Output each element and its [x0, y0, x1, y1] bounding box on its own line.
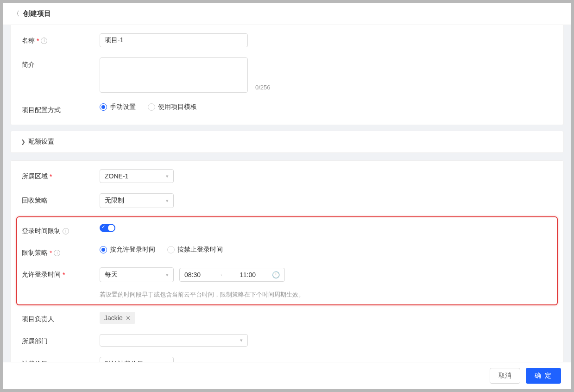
chevron-down-icon: ▾ [166, 173, 169, 179]
time-end: 11:00 [240, 271, 256, 278]
department-select[interactable]: ▾ [100, 334, 248, 347]
time-start: 08:30 [184, 271, 201, 278]
radio-manual[interactable]: 手动设置 [100, 103, 136, 111]
form-content: 名称* i 简介 0/256 项目配置方式 [3, 25, 571, 362]
name-label: 名称* i [22, 33, 100, 45]
radio-allow-time[interactable]: 按允许登录时间 [100, 246, 155, 254]
info-icon: i [41, 38, 47, 44]
limit-policy-label: 限制策略* i [22, 246, 100, 257]
recycle-label: 回收策略 [22, 193, 100, 205]
intro-label: 简介 [22, 57, 100, 69]
cancel-button[interactable]: 取消 [490, 368, 520, 384]
info-icon: i [54, 250, 60, 256]
zone-label: 所属区域* [22, 169, 100, 181]
settings-panel: 所属区域* ZONE-1 ▾ 回收策略 无限制 ▾ [10, 160, 564, 362]
login-limit-highlight: 登录时间限制 i 限制策略* i 按允许登录时间 [16, 216, 558, 305]
login-limit-label: 登录时间限制 i [22, 224, 100, 235]
footer: 取消 确 定 [3, 362, 571, 389]
char-counter: 0/256 [255, 84, 271, 91]
zone-select[interactable]: ZONE-1 ▾ [100, 169, 174, 183]
page-title: 创建项目 [23, 9, 51, 18]
owner-label: 项目负责人 [22, 312, 100, 323]
billing-select[interactable]: 默认计费价目 ▾ [100, 357, 174, 362]
recycle-select[interactable]: 无限制 ▾ [100, 193, 174, 208]
allow-time-label: 允许登录时间* [22, 267, 100, 279]
chevron-right-icon: ❯ [21, 139, 25, 145]
confirm-button[interactable]: 确 定 [526, 368, 561, 384]
billing-label: 计费价目 [22, 357, 100, 362]
chevron-down-icon: ▾ [166, 198, 169, 204]
frequency-select[interactable]: 每天 ▾ [100, 267, 174, 282]
intro-textarea[interactable] [100, 57, 248, 93]
basic-panel: 名称* i 简介 0/256 项目配置方式 [10, 25, 564, 125]
quota-section-toggle[interactable]: ❯ 配额设置 [10, 131, 564, 153]
name-input[interactable] [100, 33, 248, 47]
time-range-input[interactable]: 08:30 → 11:00 🕒 [179, 268, 285, 282]
info-icon: i [63, 228, 69, 234]
radio-deny-time[interactable]: 按禁止登录时间 [167, 246, 223, 254]
config-mode-label: 项目配置方式 [22, 103, 100, 114]
clock-icon: 🕒 [272, 271, 280, 278]
radio-template[interactable]: 使用项目模板 [148, 103, 197, 111]
login-limit-toggle[interactable] [100, 224, 115, 232]
arrow-right-icon: → [217, 271, 223, 278]
chevron-down-icon: ▾ [166, 272, 169, 278]
back-icon[interactable]: 〈 [13, 10, 19, 18]
allow-time-hint: 若设置的时间段早于或包含当前云平台时间，限制策略在下个时间周期生效。 [100, 291, 304, 299]
chevron-down-icon: ▾ [240, 337, 243, 343]
page-header: 〈 创建项目 [3, 3, 571, 25]
close-icon[interactable]: ✕ [126, 315, 131, 322]
department-label: 所属部门 [22, 334, 100, 346]
owner-tag[interactable]: Jackie ✕ [100, 312, 135, 324]
